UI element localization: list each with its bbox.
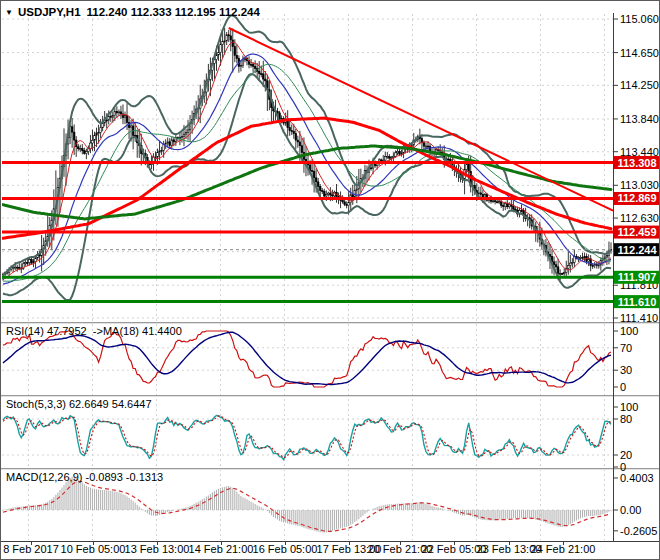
stoch-tick-label: 80 [620,413,632,425]
price-tick-label: 113.840 [620,113,659,125]
time-axis-label: 13 Feb 13:00 [125,543,190,555]
macd-tick-label: 0.4003 [620,472,654,484]
svg-text:111.907: 111.907 [618,271,657,283]
chrome [1,1,660,560]
time-axis-label: 24 Feb 21:00 [531,543,596,555]
stoch-tick-label: 20 [620,449,632,461]
rsi-line [3,331,611,387]
price-tick-label: 114.650 [620,47,659,59]
stoch-tick-label: 100 [620,401,638,413]
rsi-ma-line [3,332,611,384]
svg-text:111.610: 111.610 [618,296,657,308]
stochastic-plot [3,415,611,459]
chart-window: 115.060114.650114.250113.840113.440113.0… [0,0,660,560]
macd-tick-label: 0.00 [620,504,641,516]
rsi-tick-label: 0 [620,381,626,393]
stoch-k-line [3,415,611,459]
time-axis-label: 8 Feb 2017 [3,543,59,555]
chart-canvas[interactable]: 115.060114.650114.250113.840113.440113.0… [1,1,660,560]
price-tick-label: 115.060 [620,13,659,25]
axis-labels: 115.060114.650114.250113.840113.440113.0… [3,13,659,555]
svg-text:112.244: 112.244 [617,244,657,256]
macd-plot [3,477,611,533]
price-tick-label: 114.250 [620,79,659,91]
rsi-tick-label: 70 [620,342,632,354]
time-axis-label: 14 Feb 21:00 [189,543,254,555]
time-axis-label: 10 Feb 05:00 [61,543,126,555]
svg-text:112.869: 112.869 [617,192,656,204]
price-tick-label: 113.030 [620,179,659,191]
macd-tick-label: -0.2605 [620,525,657,537]
rsi-tick-label: 30 [620,364,632,376]
time-axis-label: 16 Feb 05:00 [253,543,318,555]
price-tick-label: 111.410 [620,312,658,324]
svg-text:113.308: 113.308 [617,157,656,169]
rsi-plot [3,331,611,387]
bollinger-bands [3,16,611,301]
bollinger-lower [3,74,611,300]
svg-text:112.459: 112.459 [617,226,656,238]
rsi-tick-label: 100 [620,325,638,337]
price-tick-label: 112.630 [620,212,659,224]
